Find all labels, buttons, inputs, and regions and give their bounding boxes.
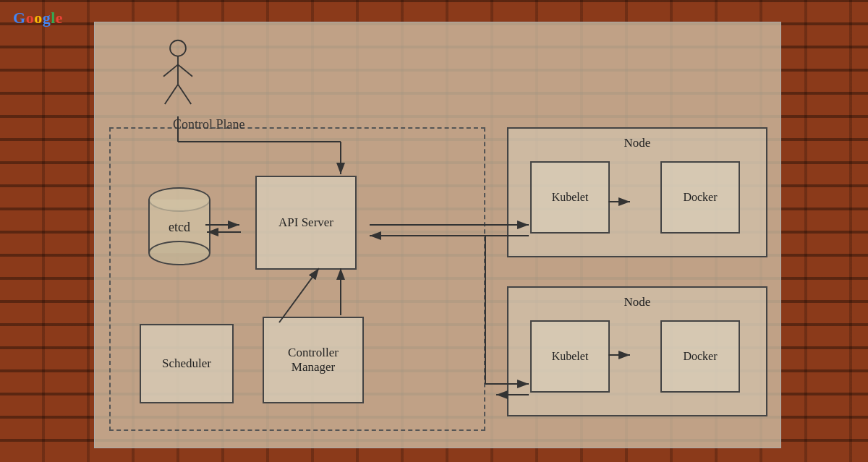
svg-line-4	[165, 85, 178, 104]
main-diagram-panel: Control Plane etcd API Server Scheduler …	[94, 22, 781, 448]
docker-box-2: Docker	[660, 320, 740, 393]
svg-line-3	[178, 64, 192, 76]
svg-line-5	[178, 85, 191, 104]
svg-point-10	[149, 241, 210, 265]
controller-manager-label: ControllerManager	[288, 346, 339, 375]
kubelet-box-1: Kubelet	[530, 161, 610, 234]
api-server-label: API Server	[278, 215, 333, 230]
docker-label-2: Docker	[683, 350, 717, 363]
etcd-container: etcd	[140, 179, 219, 273]
svg-text:etcd: etcd	[169, 220, 190, 234]
kubelet-label-2: Kubelet	[552, 350, 589, 363]
node-1-label: Node	[509, 136, 766, 150]
control-plane-label: Control Plane	[169, 117, 250, 132]
scheduler-label: Scheduler	[162, 356, 211, 371]
docker-box-1: Docker	[660, 161, 740, 234]
logo-letter-l: l	[51, 9, 56, 27]
controller-manager-box: ControllerManager	[263, 317, 364, 403]
etcd-cylinder-svg: etcd	[140, 179, 219, 273]
logo-letter-o1: o	[26, 9, 35, 27]
user-figure	[156, 38, 200, 111]
kubelet-label-1: Kubelet	[552, 191, 589, 204]
node-2-label: Node	[509, 295, 766, 309]
google-logo: Google	[13, 9, 63, 27]
scheduler-box: Scheduler	[140, 324, 234, 403]
docker-label-1: Docker	[683, 191, 717, 204]
api-server-box: API Server	[255, 176, 357, 270]
logo-letter-e: e	[56, 9, 63, 27]
logo-letter-o2: o	[34, 9, 43, 27]
node-panel-2: Node Kubelet Docker	[507, 286, 767, 416]
svg-line-2	[163, 64, 178, 76]
svg-point-0	[170, 40, 186, 56]
control-plane-box: Control Plane etcd API Server Scheduler …	[109, 127, 485, 431]
logo-letter-g2: g	[43, 9, 51, 27]
kubelet-box-2: Kubelet	[530, 320, 610, 393]
logo-letter-g: G	[13, 9, 26, 27]
node-panel-1: Node Kubelet Docker	[507, 127, 767, 257]
